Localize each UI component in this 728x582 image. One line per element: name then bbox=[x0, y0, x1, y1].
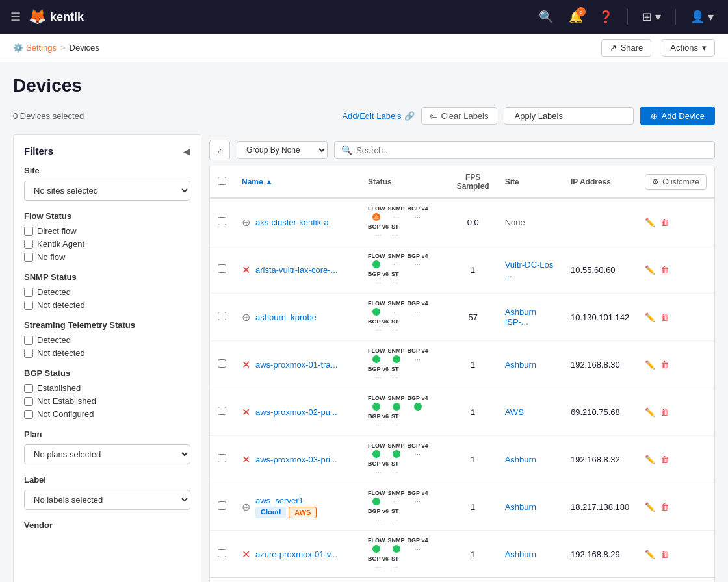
row-checkbox-5[interactable] bbox=[218, 454, 226, 462]
device-name-link[interactable]: azure-proxmox-01-v... bbox=[255, 550, 337, 559]
filter-snmp-detected-checkbox[interactable] bbox=[24, 288, 33, 297]
device-name-link[interactable]: aws-proxmox-01-tra... bbox=[255, 360, 337, 370]
share-button[interactable]: ↗ Share bbox=[601, 39, 652, 57]
filter-bgp-not-configured[interactable]: Not Configured bbox=[24, 409, 190, 419]
kentik-logo-text: kentik bbox=[50, 10, 84, 24]
device-site-link[interactable]: Vultr-DC-Los ... bbox=[505, 260, 554, 279]
filter-bgp-established[interactable]: Established bbox=[24, 383, 190, 393]
edit-device-icon[interactable]: ✏️ bbox=[645, 502, 655, 512]
hamburger-menu[interactable]: ☰ bbox=[10, 10, 21, 24]
device-site-link[interactable]: AWS bbox=[505, 407, 524, 417]
user-icon[interactable]: 👤 ▾ bbox=[686, 6, 718, 28]
actions-label: Actions bbox=[670, 43, 698, 53]
row-checkbox-6[interactable] bbox=[218, 501, 226, 510]
select-all-header[interactable] bbox=[210, 166, 234, 198]
filter-snmp-detected[interactable]: Detected bbox=[24, 287, 190, 297]
filter-toggle-button[interactable]: ⊿ bbox=[209, 140, 230, 160]
col-actions-header[interactable]: ⚙ Customize bbox=[637, 166, 714, 198]
filter-bgp-not-established[interactable]: Not Established bbox=[24, 396, 190, 406]
filter-streaming-not-detected[interactable]: Not detected bbox=[24, 348, 190, 358]
edit-device-icon[interactable]: ✏️ bbox=[645, 455, 655, 464]
status-dots: ··· bbox=[375, 279, 381, 286]
row-checkbox-0[interactable] bbox=[218, 217, 226, 225]
filter-snmp-not-detected-checkbox[interactable] bbox=[24, 301, 33, 310]
filter-flow-kentik-agent-checkbox[interactable] bbox=[24, 240, 33, 249]
actions-button[interactable]: Actions ▾ bbox=[662, 39, 715, 57]
device-site-link[interactable]: Ashburn bbox=[505, 550, 536, 559]
col-name-header[interactable]: Name ▲ bbox=[234, 166, 360, 198]
filter-streaming-detected-checkbox[interactable] bbox=[24, 336, 33, 345]
device-icon-x: ✕ bbox=[242, 406, 250, 418]
edit-device-icon[interactable]: ✏️ bbox=[645, 265, 655, 275]
notifications-icon[interactable]: 🔔 5 bbox=[565, 6, 587, 28]
apply-labels-button[interactable]: Apply Labels bbox=[504, 107, 634, 125]
device-name-link[interactable]: aks-cluster-kentik-a bbox=[255, 218, 329, 227]
add-device-button[interactable]: ⊕ Add Device bbox=[640, 107, 715, 125]
filter-collapse-icon[interactable]: ◀ bbox=[183, 146, 190, 157]
help-icon[interactable]: ❓ bbox=[595, 6, 617, 28]
row-checkbox-3[interactable] bbox=[218, 359, 226, 368]
filter-bgp-not-configured-checkbox[interactable] bbox=[24, 410, 33, 419]
status-dot-green bbox=[393, 355, 400, 363]
breadcrumb-settings-link[interactable]: ⚙️ Settings bbox=[13, 43, 57, 53]
search-icon[interactable]: 🔍 bbox=[535, 6, 557, 28]
row-checkbox-cell bbox=[210, 483, 234, 531]
row-checkbox-1[interactable] bbox=[218, 264, 226, 273]
filter-flow-no-flow[interactable]: No flow bbox=[24, 252, 190, 262]
device-name-link[interactable]: ashburn_kprobe bbox=[255, 312, 317, 322]
device-site-link[interactable]: Ashburn bbox=[505, 360, 536, 370]
filter-streaming-not-detected-checkbox[interactable] bbox=[24, 349, 33, 358]
filter-site-select[interactable]: No sites selected bbox=[24, 181, 190, 201]
filter-bgp-established-checkbox[interactable] bbox=[24, 384, 33, 393]
filter-flow-direct[interactable]: Direct flow bbox=[24, 226, 190, 236]
add-edit-labels-button[interactable]: Add/Edit Labels 🔗 bbox=[342, 111, 414, 121]
filter-streaming-detected[interactable]: Detected bbox=[24, 335, 190, 345]
device-site-link[interactable]: Ashburn bbox=[505, 455, 536, 464]
status-item: BGP v6 ··· bbox=[368, 271, 389, 286]
device-site-cell: Vultr-DC-Los ... bbox=[497, 246, 563, 294]
delete-device-icon[interactable]: 🗑 bbox=[660, 407, 669, 417]
apps-icon[interactable]: ⊞ ▾ bbox=[638, 6, 665, 28]
status-dots: ··· bbox=[392, 468, 398, 476]
filter-flow-no-flow-checkbox[interactable] bbox=[24, 253, 33, 262]
filter-snmp-not-detected[interactable]: Not detected bbox=[24, 300, 190, 310]
delete-device-icon[interactable]: 🗑 bbox=[660, 455, 669, 464]
select-all-checkbox[interactable] bbox=[218, 177, 226, 185]
row-checkbox-cell bbox=[210, 531, 234, 578]
device-name-link[interactable]: arista-vultr-lax-core-... bbox=[255, 265, 337, 275]
table-row: ⊕ ashburn_kprobe FLOW SNMP ··· BGP v4 ··… bbox=[210, 294, 714, 341]
edit-device-icon[interactable]: ✏️ bbox=[645, 312, 655, 322]
customize-button[interactable]: ⚙ Customize bbox=[645, 174, 707, 190]
device-site-link[interactable]: Ashburn bbox=[505, 502, 536, 512]
filter-bgp-not-established-checkbox[interactable] bbox=[24, 397, 33, 406]
row-checkbox-4[interactable] bbox=[218, 407, 226, 415]
filter-label-select[interactable]: No labels selected bbox=[24, 490, 190, 510]
clear-labels-button[interactable]: 🏷 Clear Labels bbox=[421, 107, 497, 125]
tag-cloud: Cloud bbox=[255, 507, 286, 518]
row-checkbox-7[interactable] bbox=[218, 549, 226, 557]
edit-device-icon[interactable]: ✏️ bbox=[645, 550, 655, 559]
filter-plan-select[interactable]: No plans selected bbox=[24, 444, 190, 464]
device-site-link[interactable]: Ashburn ISP-... bbox=[505, 307, 536, 327]
edit-device-icon[interactable]: ✏️ bbox=[645, 407, 655, 417]
status-label: BGP v6 bbox=[368, 555, 389, 562]
edit-device-icon[interactable]: ✏️ bbox=[645, 218, 655, 227]
delete-device-icon[interactable]: 🗑 bbox=[660, 360, 669, 370]
delete-device-icon[interactable]: 🗑 bbox=[660, 550, 669, 559]
delete-device-icon[interactable]: 🗑 bbox=[660, 502, 669, 512]
row-checkbox-2[interactable] bbox=[218, 312, 226, 320]
delete-device-icon[interactable]: 🗑 bbox=[660, 265, 669, 275]
filter-flow-direct-checkbox[interactable] bbox=[24, 227, 33, 236]
group-by-select[interactable]: Group By None bbox=[237, 141, 328, 159]
edit-device-icon[interactable]: ✏️ bbox=[645, 360, 655, 370]
device-name-link[interactable]: aws_server1 bbox=[255, 496, 304, 505]
row-checkbox-cell bbox=[210, 388, 234, 436]
status-dots: ··· bbox=[393, 498, 399, 505]
delete-device-icon[interactable]: 🗑 bbox=[660, 312, 669, 322]
device-name-link[interactable]: aws-proxmox-03-pri... bbox=[255, 455, 337, 464]
delete-device-icon[interactable]: 🗑 bbox=[660, 218, 669, 227]
device-name-link[interactable]: aws-proxmox-02-pu... bbox=[255, 407, 337, 417]
search-input[interactable] bbox=[356, 146, 708, 155]
status-dot-green bbox=[372, 308, 380, 316]
filter-flow-kentik-agent[interactable]: Kentik Agent bbox=[24, 239, 190, 249]
